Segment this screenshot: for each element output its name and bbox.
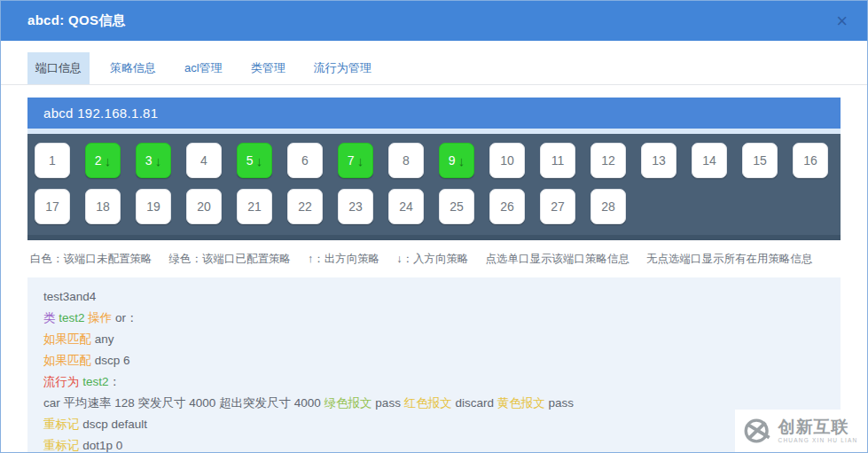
down-arrow-icon: ↓ [458,153,465,168]
port-4[interactable]: 4 [186,143,222,178]
port-number: 19 [146,199,160,214]
qos-dialog: { "dialog": { "title": "abcd: QOS信息", "c… [0,0,868,453]
port-number: 15 [753,153,767,168]
port-8[interactable]: 8 [388,143,424,178]
port-number: 5 [246,153,254,168]
device-header: abcd 192.168.1.81 [27,98,841,129]
policy-line: 类 test2 操作 or： [43,308,825,329]
tab-bar: 端口信息策略信息acl管理类管理流行为管理 [1,41,867,85]
watermark-cn: 创新互联 [778,418,858,435]
legend-item: 无点选端口显示所有在用策略信息 [646,252,813,267]
port-number: 14 [702,153,716,168]
port-27[interactable]: 27 [540,189,575,224]
port-25[interactable]: 25 [439,189,474,224]
policy-info: test3and4类 test2 操作 or：如果匹配 any如果匹配 dscp… [27,277,841,453]
port-number: 18 [96,199,110,214]
device-name: abcd 192.168.1.81 [43,105,158,121]
policy-line: test3and4 [43,286,825,308]
port-number: 8 [403,153,410,168]
port-row-2: 171819202122232425262728 [35,189,841,224]
port-1[interactable]: 1 [35,143,70,178]
tab-1[interactable]: 端口信息 [27,52,90,84]
legend-item: 点选单口显示该端口策略信息 [486,252,630,267]
port-panel: 12↓3↓45↓67↓89↓10111213141516 17181920212… [27,134,841,240]
legend-item: ↓：入方向策略 [396,252,468,267]
dialog-title-bar: abcd: QOS信息 × [1,1,867,41]
port-number: 21 [247,199,262,214]
down-arrow-icon: ↓ [357,153,364,168]
port-9[interactable]: 9↓ [439,143,474,178]
port-number: 13 [652,153,666,168]
port-6[interactable]: 6 [287,143,323,178]
port-26[interactable]: 26 [489,189,525,224]
watermark-logo-icon [742,416,772,446]
tab-5[interactable]: 流行为管理 [306,52,379,84]
down-arrow-icon: ↓ [155,153,162,168]
down-arrow-icon: ↓ [105,153,112,168]
close-icon[interactable]: × [833,12,851,31]
tab-4[interactable]: 类管理 [243,52,293,84]
port-11[interactable]: 11 [540,143,575,178]
port-18[interactable]: 18 [85,189,121,224]
port-number: 7 [348,153,355,168]
port-22[interactable]: 22 [287,189,323,224]
port-row-1: 12↓3↓45↓67↓89↓10111213141516 [35,143,841,178]
port-13[interactable]: 13 [641,143,676,178]
down-arrow-icon: ↓ [256,153,263,168]
port-number: 2 [95,153,102,168]
tab-2[interactable]: 策略信息 [102,52,164,84]
port-16[interactable]: 16 [793,143,828,178]
port-2[interactable]: 2↓ [85,143,121,178]
policy-line: 如果匹配 dscp 6 [43,350,825,371]
watermark: 创新互联 CHUANG XIN HU LIAN [735,410,864,452]
port-15[interactable]: 15 [742,143,778,178]
port-number: 3 [145,153,152,168]
port-20[interactable]: 20 [186,189,222,224]
watermark-en: CHUANG XIN HU LIAN [778,438,858,444]
port-number: 11 [551,153,565,168]
policy-line: car 平均速率 128 突发尺寸 4000 超出突发尺寸 4000 绿色报文 … [43,393,825,414]
port-number: 28 [601,199,615,214]
port-28[interactable]: 28 [590,189,626,224]
policy-line: 流行为 test2： [43,371,825,393]
legend: 白色：该端口未配置策略绿色：该端口已配置策略↑：出方向策略↓：入方向策略点选单口… [30,252,841,267]
port-10[interactable]: 10 [489,143,525,178]
port-number: 23 [348,199,363,214]
tab-3[interactable]: acl管理 [176,52,231,84]
port-23[interactable]: 23 [338,189,373,224]
port-number: 10 [500,153,514,168]
device-panel: abcd 192.168.1.81 12↓3↓45↓67↓89↓10111213… [27,98,841,240]
legend-item: 绿色：该端口已配置策略 [169,252,292,267]
port-number: 12 [601,153,615,168]
port-number: 20 [197,199,211,214]
port-17[interactable]: 17 [35,189,70,224]
port-number: 27 [551,199,565,214]
port-number: 22 [298,199,312,214]
port-number: 4 [200,153,207,168]
port-number: 9 [449,153,456,168]
port-21[interactable]: 21 [237,189,272,224]
port-7[interactable]: 7↓ [338,143,373,178]
watermark-text: 创新互联 CHUANG XIN HU LIAN [778,418,858,444]
legend-item: ↑：出方向策略 [308,252,379,267]
port-12[interactable]: 12 [590,143,626,178]
port-3[interactable]: 3↓ [136,143,171,178]
port-14[interactable]: 14 [692,143,727,178]
port-number: 17 [45,199,59,214]
policy-line: 重标记 dscp default [43,414,825,435]
policy-line: 重标记 dot1p 0 [43,435,825,453]
dialog-title: abcd: QOS信息 [27,12,126,29]
port-number: 6 [301,153,309,168]
policy-line: 如果匹配 any [43,329,825,350]
port-number: 1 [49,153,56,168]
port-number: 24 [399,199,413,214]
port-19[interactable]: 19 [136,189,171,224]
legend-item: 白色：该端口未配置策略 [30,252,152,267]
port-number: 26 [500,199,514,214]
port-number: 25 [450,199,464,214]
port-number: 16 [803,153,817,168]
port-5[interactable]: 5↓ [237,143,272,178]
port-24[interactable]: 24 [388,189,424,224]
